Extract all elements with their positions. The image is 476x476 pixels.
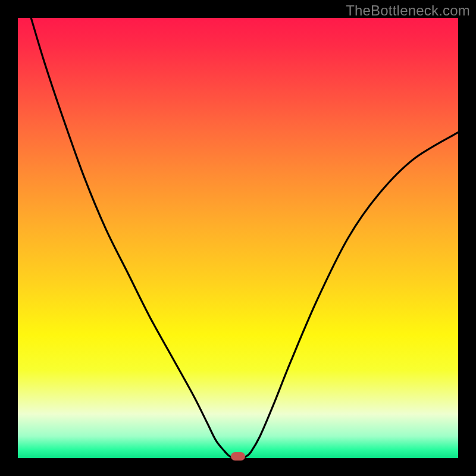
chart-frame: TheBottleneck.com <box>0 0 476 476</box>
watermark-text: TheBottleneck.com <box>346 2 470 19</box>
curve-svg <box>18 18 458 458</box>
plot-area <box>18 18 458 458</box>
bottleneck-curve <box>31 18 458 458</box>
optimum-marker <box>231 452 245 461</box>
